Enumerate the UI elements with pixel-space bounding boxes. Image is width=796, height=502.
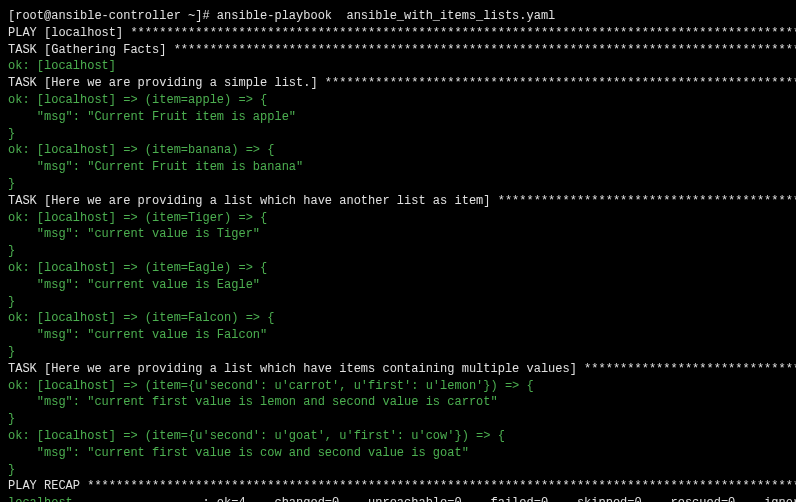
task-gathering-header: TASK [Gathering Facts] *****************…: [8, 42, 788, 59]
brace: }: [8, 462, 788, 479]
brace: }: [8, 243, 788, 260]
item-falcon: ok: [localhost] => (item=Falcon) => {: [8, 310, 788, 327]
msg-goat-cow: "msg": "current first value is cow and s…: [8, 445, 788, 462]
brace: }: [8, 411, 788, 428]
brace: }: [8, 344, 788, 361]
task-simple-header: TASK [Here we are providing a simple lis…: [8, 75, 788, 92]
ok-localhost: ok: [localhost]: [8, 58, 788, 75]
item-apple: ok: [localhost] => (item=apple) => {: [8, 92, 788, 109]
play-recap-header: PLAY RECAP *****************************…: [8, 478, 788, 495]
item-banana: ok: [localhost] => (item=banana) => {: [8, 142, 788, 159]
msg-falcon: "msg": "current value is Falcon": [8, 327, 788, 344]
recap-host: localhost: [8, 496, 73, 502]
msg-carrot-lemon: "msg": "current first value is lemon and…: [8, 394, 788, 411]
brace: }: [8, 294, 788, 311]
msg-eagle: "msg": "current value is Eagle": [8, 277, 788, 294]
msg-banana: "msg": "Current Fruit item is banana": [8, 159, 788, 176]
prompt-line: [root@ansible-controller ~]# ansible-pla…: [8, 8, 788, 25]
task-multi-header: TASK [Here we are providing a list which…: [8, 361, 788, 378]
task-nested-list-header: TASK [Here we are providing a list which…: [8, 193, 788, 210]
item-goat-cow: ok: [localhost] => (item={u'second': u'g…: [8, 428, 788, 445]
msg-apple: "msg": "Current Fruit item is apple": [8, 109, 788, 126]
recap-line: localhost : ok=4 changed=0 unreachable=0…: [8, 495, 788, 502]
item-tiger: ok: [localhost] => (item=Tiger) => {: [8, 210, 788, 227]
play-header: PLAY [localhost] ***********************…: [8, 25, 788, 42]
recap-stats: : ok=4 changed=0 unreachable=0 failed=0 …: [73, 496, 796, 502]
msg-tiger: "msg": "current value is Tiger": [8, 226, 788, 243]
item-eagle: ok: [localhost] => (item=Eagle) => {: [8, 260, 788, 277]
brace: }: [8, 176, 788, 193]
item-carrot-lemon: ok: [localhost] => (item={u'second': u'c…: [8, 378, 788, 395]
brace: }: [8, 126, 788, 143]
